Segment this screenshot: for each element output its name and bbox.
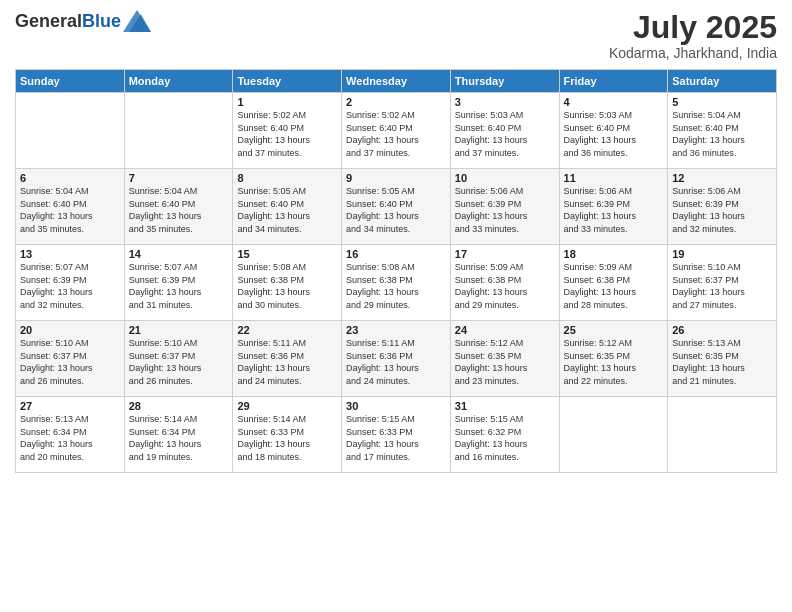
day-info: Sunrise: 5:14 AM Sunset: 6:34 PM Dayligh… xyxy=(129,413,229,463)
day-info: Sunrise: 5:06 AM Sunset: 6:39 PM Dayligh… xyxy=(672,185,772,235)
calendar-cell: 1Sunrise: 5:02 AM Sunset: 6:40 PM Daylig… xyxy=(233,93,342,169)
day-info: Sunrise: 5:05 AM Sunset: 6:40 PM Dayligh… xyxy=(237,185,337,235)
calendar-cell: 28Sunrise: 5:14 AM Sunset: 6:34 PM Dayli… xyxy=(124,397,233,473)
calendar-cell: 16Sunrise: 5:08 AM Sunset: 6:38 PM Dayli… xyxy=(342,245,451,321)
day-info: Sunrise: 5:10 AM Sunset: 6:37 PM Dayligh… xyxy=(129,337,229,387)
day-number: 30 xyxy=(346,400,446,412)
location-subtitle: Kodarma, Jharkhand, India xyxy=(609,45,777,61)
calendar-cell: 12Sunrise: 5:06 AM Sunset: 6:39 PM Dayli… xyxy=(668,169,777,245)
day-number: 14 xyxy=(129,248,229,260)
calendar-cell: 9Sunrise: 5:05 AM Sunset: 6:40 PM Daylig… xyxy=(342,169,451,245)
day-info: Sunrise: 5:02 AM Sunset: 6:40 PM Dayligh… xyxy=(237,109,337,159)
weekday-header: Friday xyxy=(559,70,668,93)
day-info: Sunrise: 5:04 AM Sunset: 6:40 PM Dayligh… xyxy=(129,185,229,235)
calendar-cell: 27Sunrise: 5:13 AM Sunset: 6:34 PM Dayli… xyxy=(16,397,125,473)
calendar-cell xyxy=(559,397,668,473)
day-info: Sunrise: 5:04 AM Sunset: 6:40 PM Dayligh… xyxy=(20,185,120,235)
day-number: 20 xyxy=(20,324,120,336)
calendar-week-row: 20Sunrise: 5:10 AM Sunset: 6:37 PM Dayli… xyxy=(16,321,777,397)
weekday-header: Monday xyxy=(124,70,233,93)
day-number: 24 xyxy=(455,324,555,336)
calendar-cell: 21Sunrise: 5:10 AM Sunset: 6:37 PM Dayli… xyxy=(124,321,233,397)
logo-general-text: General xyxy=(15,11,82,31)
day-number: 10 xyxy=(455,172,555,184)
day-number: 13 xyxy=(20,248,120,260)
calendar-cell: 2Sunrise: 5:02 AM Sunset: 6:40 PM Daylig… xyxy=(342,93,451,169)
day-info: Sunrise: 5:07 AM Sunset: 6:39 PM Dayligh… xyxy=(129,261,229,311)
day-number: 23 xyxy=(346,324,446,336)
day-info: Sunrise: 5:15 AM Sunset: 6:32 PM Dayligh… xyxy=(455,413,555,463)
calendar-cell: 13Sunrise: 5:07 AM Sunset: 6:39 PM Dayli… xyxy=(16,245,125,321)
calendar-table: SundayMondayTuesdayWednesdayThursdayFrid… xyxy=(15,69,777,473)
calendar-cell: 29Sunrise: 5:14 AM Sunset: 6:33 PM Dayli… xyxy=(233,397,342,473)
calendar-week-row: 13Sunrise: 5:07 AM Sunset: 6:39 PM Dayli… xyxy=(16,245,777,321)
day-info: Sunrise: 5:15 AM Sunset: 6:33 PM Dayligh… xyxy=(346,413,446,463)
day-number: 31 xyxy=(455,400,555,412)
day-number: 17 xyxy=(455,248,555,260)
day-info: Sunrise: 5:12 AM Sunset: 6:35 PM Dayligh… xyxy=(564,337,664,387)
day-number: 29 xyxy=(237,400,337,412)
day-number: 2 xyxy=(346,96,446,108)
weekday-header: Saturday xyxy=(668,70,777,93)
day-number: 9 xyxy=(346,172,446,184)
calendar-cell xyxy=(16,93,125,169)
day-info: Sunrise: 5:08 AM Sunset: 6:38 PM Dayligh… xyxy=(237,261,337,311)
calendar-cell: 8Sunrise: 5:05 AM Sunset: 6:40 PM Daylig… xyxy=(233,169,342,245)
day-info: Sunrise: 5:13 AM Sunset: 6:35 PM Dayligh… xyxy=(672,337,772,387)
day-number: 6 xyxy=(20,172,120,184)
day-info: Sunrise: 5:12 AM Sunset: 6:35 PM Dayligh… xyxy=(455,337,555,387)
day-number: 7 xyxy=(129,172,229,184)
calendar-cell: 14Sunrise: 5:07 AM Sunset: 6:39 PM Dayli… xyxy=(124,245,233,321)
day-info: Sunrise: 5:08 AM Sunset: 6:38 PM Dayligh… xyxy=(346,261,446,311)
day-number: 18 xyxy=(564,248,664,260)
day-info: Sunrise: 5:10 AM Sunset: 6:37 PM Dayligh… xyxy=(20,337,120,387)
day-number: 21 xyxy=(129,324,229,336)
calendar-week-row: 27Sunrise: 5:13 AM Sunset: 6:34 PM Dayli… xyxy=(16,397,777,473)
day-number: 26 xyxy=(672,324,772,336)
day-info: Sunrise: 5:03 AM Sunset: 6:40 PM Dayligh… xyxy=(455,109,555,159)
day-info: Sunrise: 5:09 AM Sunset: 6:38 PM Dayligh… xyxy=(564,261,664,311)
day-number: 28 xyxy=(129,400,229,412)
calendar-header-row: SundayMondayTuesdayWednesdayThursdayFrid… xyxy=(16,70,777,93)
day-number: 25 xyxy=(564,324,664,336)
day-number: 16 xyxy=(346,248,446,260)
day-number: 1 xyxy=(237,96,337,108)
calendar-week-row: 1Sunrise: 5:02 AM Sunset: 6:40 PM Daylig… xyxy=(16,93,777,169)
calendar-cell: 31Sunrise: 5:15 AM Sunset: 6:32 PM Dayli… xyxy=(450,397,559,473)
day-info: Sunrise: 5:06 AM Sunset: 6:39 PM Dayligh… xyxy=(564,185,664,235)
calendar-cell: 11Sunrise: 5:06 AM Sunset: 6:39 PM Dayli… xyxy=(559,169,668,245)
day-number: 4 xyxy=(564,96,664,108)
day-number: 8 xyxy=(237,172,337,184)
calendar-cell: 22Sunrise: 5:11 AM Sunset: 6:36 PM Dayli… xyxy=(233,321,342,397)
calendar-cell xyxy=(668,397,777,473)
day-number: 11 xyxy=(564,172,664,184)
day-info: Sunrise: 5:11 AM Sunset: 6:36 PM Dayligh… xyxy=(237,337,337,387)
calendar-cell: 30Sunrise: 5:15 AM Sunset: 6:33 PM Dayli… xyxy=(342,397,451,473)
day-number: 5 xyxy=(672,96,772,108)
day-info: Sunrise: 5:03 AM Sunset: 6:40 PM Dayligh… xyxy=(564,109,664,159)
calendar-cell: 18Sunrise: 5:09 AM Sunset: 6:38 PM Dayli… xyxy=(559,245,668,321)
calendar-cell: 24Sunrise: 5:12 AM Sunset: 6:35 PM Dayli… xyxy=(450,321,559,397)
weekday-header: Thursday xyxy=(450,70,559,93)
logo-blue-text: Blue xyxy=(82,11,121,31)
day-info: Sunrise: 5:02 AM Sunset: 6:40 PM Dayligh… xyxy=(346,109,446,159)
day-info: Sunrise: 5:14 AM Sunset: 6:33 PM Dayligh… xyxy=(237,413,337,463)
calendar-cell: 3Sunrise: 5:03 AM Sunset: 6:40 PM Daylig… xyxy=(450,93,559,169)
day-info: Sunrise: 5:10 AM Sunset: 6:37 PM Dayligh… xyxy=(672,261,772,311)
weekday-header: Wednesday xyxy=(342,70,451,93)
day-number: 3 xyxy=(455,96,555,108)
calendar-cell: 25Sunrise: 5:12 AM Sunset: 6:35 PM Dayli… xyxy=(559,321,668,397)
calendar-cell: 19Sunrise: 5:10 AM Sunset: 6:37 PM Dayli… xyxy=(668,245,777,321)
day-info: Sunrise: 5:07 AM Sunset: 6:39 PM Dayligh… xyxy=(20,261,120,311)
weekday-header: Tuesday xyxy=(233,70,342,93)
calendar-cell: 10Sunrise: 5:06 AM Sunset: 6:39 PM Dayli… xyxy=(450,169,559,245)
title-area: July 2025 Kodarma, Jharkhand, India xyxy=(609,10,777,61)
day-number: 19 xyxy=(672,248,772,260)
calendar-cell: 23Sunrise: 5:11 AM Sunset: 6:36 PM Dayli… xyxy=(342,321,451,397)
calendar-cell: 17Sunrise: 5:09 AM Sunset: 6:38 PM Dayli… xyxy=(450,245,559,321)
calendar-cell xyxy=(124,93,233,169)
calendar-week-row: 6Sunrise: 5:04 AM Sunset: 6:40 PM Daylig… xyxy=(16,169,777,245)
day-number: 22 xyxy=(237,324,337,336)
day-info: Sunrise: 5:13 AM Sunset: 6:34 PM Dayligh… xyxy=(20,413,120,463)
calendar-cell: 20Sunrise: 5:10 AM Sunset: 6:37 PM Dayli… xyxy=(16,321,125,397)
